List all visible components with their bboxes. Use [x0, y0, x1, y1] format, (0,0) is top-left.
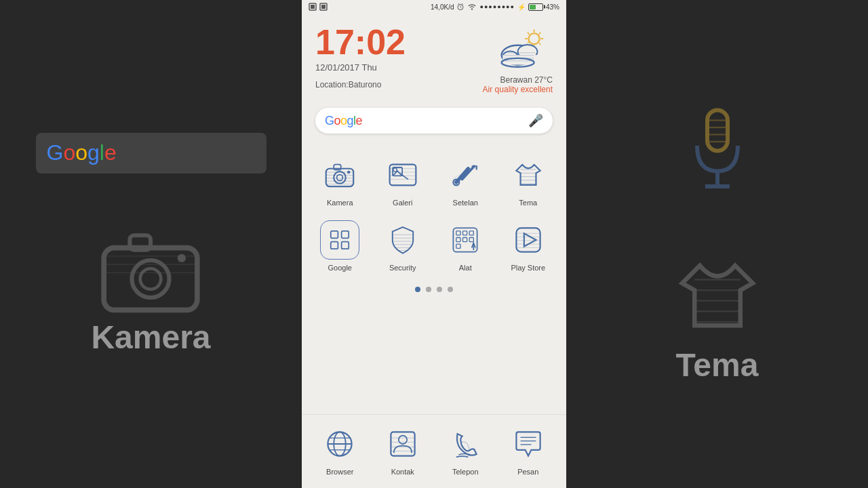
- app-google[interactable]: Google: [309, 214, 372, 279]
- location-text: Location:Baturono: [315, 80, 381, 89]
- pesan-label: Pesan: [517, 468, 538, 476]
- svg-line-23: [528, 32, 529, 34]
- phone-screen: 14,0K/d ●●●●●●●● ⚡ 43%: [302, 0, 566, 488]
- settings-icon: [450, 160, 480, 190]
- tools-icon: [450, 225, 480, 255]
- svg-line-15: [458, 3, 460, 5]
- svg-line-25: [539, 32, 540, 34]
- telepon-icon-box: [446, 424, 485, 464]
- telepon-label: Telepon: [452, 468, 479, 476]
- globe-icon: [325, 429, 355, 459]
- svg-point-38: [337, 175, 343, 181]
- security-shield-icon: [388, 225, 418, 255]
- date-display: 12/01/2017 Thu: [315, 62, 406, 73]
- svg-point-4: [178, 253, 186, 262]
- tema-label: Tema: [519, 199, 537, 207]
- status-left: [309, 3, 328, 11]
- dot-2[interactable]: [426, 287, 431, 292]
- search-bar-container[interactable]: Google 🎤: [302, 101, 566, 143]
- svg-rect-60: [331, 231, 338, 239]
- status-right: 14,0K/d ●●●●●●●● ⚡ 43%: [431, 3, 559, 11]
- wifi-icon: [467, 3, 477, 11]
- svg-rect-74: [456, 237, 460, 241]
- app-play-store[interactable]: Play Store: [497, 214, 560, 279]
- page-dots: [302, 284, 566, 299]
- alarm-icon: [456, 3, 465, 11]
- svg-rect-76: [469, 237, 473, 241]
- alat-icon-box: [446, 220, 485, 260]
- condition-text: Berawan 27°C: [483, 75, 553, 85]
- charge-icon: ⚡: [517, 3, 526, 11]
- svg-point-2: [140, 268, 161, 289]
- kamera-icon-box: [320, 155, 359, 195]
- browser-icon-box: [320, 424, 359, 464]
- setelan-icon-box: [446, 155, 485, 195]
- time-display: 17:02: [315, 24, 406, 60]
- svg-point-18: [529, 33, 540, 44]
- theme-icon: [513, 160, 543, 190]
- sim2-icon: [319, 3, 328, 11]
- phone-icon: [450, 429, 480, 459]
- pesan-icon-box: [509, 424, 548, 464]
- app-kamera[interactable]: Kamera: [309, 148, 372, 214]
- battery-icon: [528, 3, 543, 11]
- dot-1[interactable]: [415, 287, 420, 292]
- svg-rect-9: [311, 5, 315, 9]
- sim-icon: [309, 3, 317, 11]
- status-bar: 14,0K/d ●●●●●●●● ⚡ 43%: [302, 0, 566, 14]
- svg-rect-63: [342, 242, 349, 249]
- svg-point-17: [471, 8, 473, 9]
- right-panel-label: Tema: [676, 346, 759, 384]
- dot-4[interactable]: [448, 287, 453, 292]
- app-kontak[interactable]: Kontak: [372, 418, 435, 483]
- google-app-label: Google: [328, 264, 352, 272]
- svg-point-92: [399, 436, 407, 444]
- app-tema[interactable]: Tema: [497, 148, 560, 214]
- svg-marker-80: [524, 233, 536, 246]
- message-icon: [513, 429, 543, 459]
- bottom-dock: Browser Kontak: [302, 414, 566, 488]
- play-store-label: Play Store: [511, 264, 545, 272]
- app-grid: Kamera Galeri: [302, 143, 566, 284]
- browser-label: Browser: [326, 468, 353, 476]
- search-bar[interactable]: Google 🎤: [315, 108, 553, 134]
- svg-line-14: [460, 7, 462, 8]
- right-panel: Tema: [566, 0, 868, 488]
- app-browser[interactable]: Browser: [309, 418, 372, 483]
- svg-rect-61: [342, 231, 349, 239]
- app-security[interactable]: Security: [372, 214, 435, 279]
- app-pesan[interactable]: Pesan: [497, 418, 560, 483]
- svg-rect-11: [321, 5, 326, 9]
- svg-line-26: [528, 41, 529, 43]
- svg-rect-71: [456, 231, 460, 235]
- app-setelan[interactable]: Setelan: [434, 148, 497, 214]
- svg-point-37: [334, 171, 346, 184]
- alat-label: Alat: [459, 264, 472, 272]
- kontak-icon-box: [383, 424, 422, 464]
- app-alat[interactable]: Alat: [434, 214, 497, 279]
- left-search-bar: Google: [36, 133, 267, 174]
- svg-rect-62: [331, 242, 338, 249]
- data-speed: 14,0K/d: [431, 3, 454, 11]
- cloud-sun-icon: [495, 26, 549, 70]
- camera-icon: [325, 160, 355, 190]
- tema-icon-box: [509, 155, 548, 195]
- google-logo: Google: [325, 114, 528, 128]
- left-panel-label: Kamera: [91, 319, 210, 356]
- mic-large-icon: [684, 105, 751, 207]
- svg-line-24: [539, 43, 540, 44]
- app-telepon[interactable]: Telepon: [434, 418, 497, 483]
- weather-icon-area: [492, 24, 553, 72]
- security-label: Security: [389, 264, 416, 272]
- google-app-icon: [325, 225, 355, 255]
- play-store-icon: [513, 225, 543, 255]
- google-app-icon-box: [320, 220, 359, 260]
- app-galeri[interactable]: Galeri: [372, 148, 435, 214]
- security-icon-box: [383, 220, 422, 260]
- setelan-label: Setelan: [453, 199, 478, 207]
- svg-point-1: [132, 260, 170, 298]
- dot-3[interactable]: [437, 287, 442, 292]
- mic-icon[interactable]: 🎤: [528, 113, 543, 128]
- play-store-icon-box: [509, 220, 548, 260]
- battery-percent: 43%: [546, 3, 559, 11]
